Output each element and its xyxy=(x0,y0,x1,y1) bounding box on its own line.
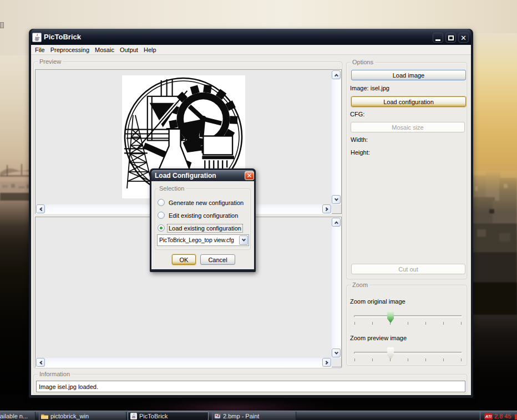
zoom-original-label: Zoom original image xyxy=(350,298,406,305)
chevron-right-icon xyxy=(324,360,328,364)
desktop-city-skyline xyxy=(470,171,517,315)
zoom-preview-label: Zoom preview image xyxy=(350,335,407,341)
information-group: Information Image isel.jpg loaded. xyxy=(33,374,467,394)
close-button[interactable]: ✕ xyxy=(458,33,469,43)
radio-generate-new-label[interactable]: Generate new configuration xyxy=(168,199,245,207)
radio-load-existing[interactable] xyxy=(158,224,165,232)
scroll-up-button[interactable] xyxy=(332,218,341,227)
zoom-group: Zoom Zoom original image Zoom preview im… xyxy=(346,285,467,366)
scroll-right-button[interactable] xyxy=(322,204,331,213)
information-field[interactable]: Image isel.jpg loaded. xyxy=(36,381,465,392)
width-label: Width: xyxy=(351,136,368,143)
java-icon xyxy=(130,413,137,419)
scroll-up-button[interactable] xyxy=(332,70,341,79)
dialog-titlebar[interactable]: Load Configuration ✕ xyxy=(151,170,254,181)
scroll-left-button[interactable] xyxy=(36,204,45,213)
zoom-preview-slider-ticks xyxy=(354,358,462,361)
slider-tick xyxy=(408,358,408,361)
chevron-left-icon xyxy=(39,207,43,211)
scroll-right-button[interactable] xyxy=(322,358,331,367)
cfg-label: CFG: xyxy=(350,111,364,117)
options-group: Options Load image Image: isel.jpg Load … xyxy=(346,62,467,279)
radio-dot-icon xyxy=(160,227,163,229)
slider-tick xyxy=(461,322,462,325)
zoom-preview-slider-thumb[interactable] xyxy=(387,347,394,360)
ok-button[interactable]: OK xyxy=(172,254,196,265)
radio-row-edit[interactable]: Edit existing configuration xyxy=(158,211,239,219)
java-app-icon xyxy=(32,33,42,42)
taskbar-button-label: 2.bmp - Paint xyxy=(223,413,259,419)
main-titlebar[interactable]: PicToBrick ✕ xyxy=(31,29,471,45)
slider-tick xyxy=(354,322,355,325)
dialog-title: Load Configuration xyxy=(155,172,216,180)
screen: PicToBrick ✕ File Preprocessing Mosaic O… xyxy=(0,0,517,420)
cancel-button[interactable]: Cancel xyxy=(200,254,235,265)
radio-row-generate[interactable]: Generate new configuration xyxy=(158,198,245,207)
menu-file[interactable]: File xyxy=(33,45,47,54)
slider-tick xyxy=(372,322,373,325)
selection-group-label: Selection xyxy=(158,185,186,192)
mosaic-size-button[interactable]: Mosaic size xyxy=(351,122,465,132)
zoom-original-slider-thumb[interactable] xyxy=(387,311,394,323)
ati-tray-icon[interactable]: ATI xyxy=(484,413,493,419)
combobox-dropdown-button[interactable] xyxy=(239,235,248,245)
slider-tick xyxy=(425,322,426,325)
configuration-combobox[interactable]: PicToBrick_Lego_top view.cfg xyxy=(157,234,249,246)
chevron-up-icon xyxy=(334,221,338,225)
slider-tick xyxy=(372,358,373,361)
radio-row-load[interactable]: Load existing configuration xyxy=(158,224,242,232)
taskbar-button-pictobrick-win[interactable]: pictobrick_win xyxy=(39,412,126,420)
load-configuration-button[interactable]: Load configuration xyxy=(351,96,466,107)
slider-tick xyxy=(461,358,462,361)
chevron-left-icon xyxy=(39,360,43,364)
paint-icon xyxy=(214,413,221,419)
menu-output[interactable]: Output xyxy=(118,45,140,54)
radio-generate-new[interactable] xyxy=(158,199,165,206)
taskbar-tray: ATI 2.8 45 xyxy=(480,412,517,420)
preview-group-label: Preview xyxy=(38,58,63,65)
minimize-icon xyxy=(435,39,440,41)
taskbar-button-paint[interactable]: 2.bmp - Paint xyxy=(212,412,296,420)
chevron-down-icon xyxy=(241,238,245,242)
zoom-preview-slider-track[interactable] xyxy=(354,352,462,354)
combobox-value: PicToBrick_Lego_top view.cfg xyxy=(158,237,234,243)
taskbar: ailable n... pictobrick_win PicToBrick xyxy=(0,411,517,420)
taskbar-button-available[interactable]: ailable n... xyxy=(0,412,36,420)
options-group-label: Options xyxy=(351,59,375,65)
scroll-down-button[interactable] xyxy=(332,349,341,357)
desktop-icon-remnant[interactable] xyxy=(0,22,4,28)
scroll-left-button[interactable] xyxy=(36,358,45,367)
zoom-original-slider-track[interactable] xyxy=(354,315,462,317)
information-message: Image isel.jpg loaded. xyxy=(39,383,98,390)
minimize-button[interactable] xyxy=(433,33,443,43)
cut-out-button[interactable]: Cut out xyxy=(351,264,465,274)
zoom-group-label: Zoom xyxy=(351,281,369,288)
tray-clipped-icon xyxy=(515,414,517,419)
load-configuration-dialog: Load Configuration ✕ Selection Generate … xyxy=(150,168,256,272)
chevron-right-icon xyxy=(324,207,328,211)
radio-load-existing-label[interactable]: Load existing configuration xyxy=(168,224,242,232)
taskbar-button-label: ailable n... xyxy=(0,413,28,419)
preview-bottom-vertical-scrollbar[interactable] xyxy=(332,217,341,358)
menu-mosaic[interactable]: Mosaic xyxy=(93,45,116,54)
scroll-down-button[interactable] xyxy=(332,195,341,204)
preview-bottom-horizontal-scrollbar[interactable] xyxy=(36,358,332,367)
menu-preprocessing[interactable]: Preprocessing xyxy=(48,45,92,54)
maximize-icon xyxy=(448,35,454,40)
dialog-close-button[interactable]: ✕ xyxy=(245,171,254,180)
preview-top-vertical-scrollbar[interactable] xyxy=(332,70,341,204)
radio-edit-existing[interactable] xyxy=(158,212,165,219)
close-icon: ✕ xyxy=(460,34,467,42)
menu-help[interactable]: Help xyxy=(141,45,159,54)
load-image-button[interactable]: Load image xyxy=(351,70,466,80)
taskbar-button-label: PicToBrick xyxy=(139,413,168,419)
information-group-label: Information xyxy=(38,371,72,377)
chevron-up-icon xyxy=(334,74,338,78)
taskbar-button-pictobrick[interactable]: PicToBrick xyxy=(128,412,209,420)
maximize-button[interactable] xyxy=(445,33,456,43)
dialog-body: Selection Generate new configuration Edi… xyxy=(151,181,254,269)
chevron-down-icon xyxy=(334,350,338,354)
slider-tick xyxy=(390,322,391,325)
height-label: Height: xyxy=(351,149,370,156)
radio-edit-existing-label[interactable]: Edit existing configuration xyxy=(168,212,239,219)
